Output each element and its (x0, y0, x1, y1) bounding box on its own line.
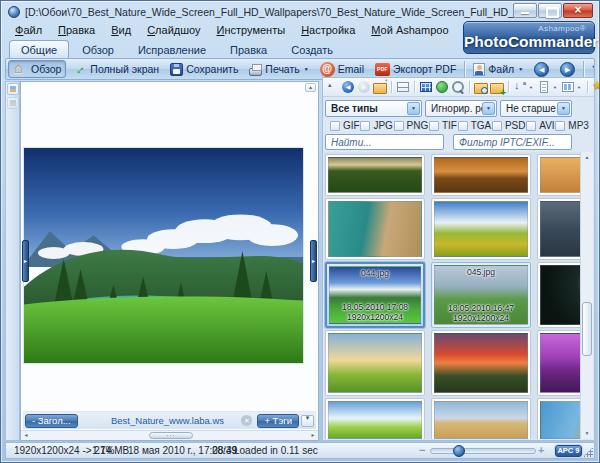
format-checkbox-png[interactable]: PNG (394, 120, 429, 131)
format-checkbox-psd[interactable]: PSD (492, 120, 526, 131)
save-button[interactable]: Сохранить (165, 60, 243, 78)
preview-hscrollbar[interactable] (21, 430, 318, 440)
rating-dropdown[interactable]: Игнорир. рейтинг (425, 100, 497, 117)
tab-create[interactable]: Создать (280, 41, 344, 58)
previous-image-handle[interactable] (22, 240, 29, 282)
thumbnail[interactable] (431, 154, 531, 196)
format-checkbox-tif[interactable]: TIF (429, 120, 457, 131)
caption-dropdown-button[interactable] (301, 415, 314, 427)
menu-item-view[interactable]: Вид (103, 22, 139, 38)
thumbnail-045.jpg[interactable]: 045.jpg18.05.2010 16:471920x1200x24 (431, 262, 531, 328)
search-input[interactable] (325, 134, 444, 150)
viewmode-icon[interactable] (537, 80, 551, 94)
pdf-button[interactable]: Экспорт PDF (370, 60, 461, 78)
thumbnail[interactable] (325, 198, 425, 260)
slideshow-icon[interactable] (435, 80, 449, 94)
iptc-filter-input[interactable] (453, 134, 572, 150)
thumbnail-044.jpg[interactable]: 044.jpg18.05.2010 17:081920x1200x24 (325, 262, 425, 328)
thumbnail[interactable] (537, 154, 580, 196)
split-icon[interactable] (396, 80, 410, 94)
email-button[interactable]: Email (315, 60, 369, 78)
checkbox-icon[interactable] (429, 121, 439, 131)
format-checkbox-mp3[interactable]: MP3 (555, 120, 589, 131)
thumbnail[interactable] (431, 198, 531, 260)
format-checkbox-tga[interactable]: TGA (458, 120, 492, 131)
print-button[interactable]: Печать▼ (244, 60, 313, 78)
browse-button[interactable]: Обзор (8, 60, 66, 78)
rotl-button[interactable] (587, 60, 595, 78)
minimize-button[interactable] (513, 3, 537, 18)
hscroll-thumb[interactable] (149, 432, 193, 439)
slider-thumb[interactable] (453, 445, 465, 457)
collapse-icon[interactable] (325, 80, 339, 94)
preview-image[interactable] (23, 147, 304, 364)
folder-add-icon[interactable] (490, 80, 504, 94)
menu-item-file[interactable]: Файл (7, 22, 50, 38)
tab-browse[interactable]: Обзор (71, 41, 125, 58)
checkbox-icon[interactable] (492, 121, 502, 131)
clear-caption-icon[interactable]: ✕ (241, 415, 252, 426)
format-checkbox-avi[interactable]: AVI (526, 120, 554, 131)
checkbox-icon[interactable] (458, 121, 468, 131)
chevron-down-icon[interactable] (577, 80, 583, 94)
fullscreen-button[interactable]: Полный экран (67, 60, 164, 78)
vscroll-thumb[interactable] (582, 302, 592, 356)
preview-side-button-2[interactable] (7, 97, 19, 109)
maximize-button[interactable] (538, 3, 562, 18)
back-icon[interactable] (341, 80, 355, 94)
next-image-handle[interactable] (310, 240, 317, 282)
checkbox-icon[interactable] (330, 121, 340, 131)
thumbnail[interactable] (325, 154, 425, 196)
thumbnail[interactable] (537, 398, 580, 439)
file-type-dropdown[interactable]: Все типы (325, 100, 422, 117)
thumbnail-vscrollbar[interactable] (580, 152, 593, 439)
caption-field[interactable]: Best_Nature_www.laba.ws✕ (80, 415, 256, 426)
thumbnail[interactable] (537, 330, 580, 396)
file-button[interactable]: Файл▼ (468, 60, 528, 78)
menu-item-settings[interactable]: Настройка (293, 22, 363, 38)
thumbsize-icon[interactable] (561, 80, 575, 94)
chevron-down-icon[interactable] (553, 80, 559, 94)
resize-grip[interactable] (583, 447, 593, 457)
chevron-down-icon[interactable] (529, 80, 535, 94)
format-checkbox-jpg[interactable]: JPG (360, 120, 392, 131)
tab-edit[interactable]: Правка (219, 41, 278, 58)
format-checkbox-gif[interactable]: GIF (330, 120, 360, 131)
scroll-up-icon[interactable] (581, 152, 593, 163)
preview-side-button-1[interactable] (7, 83, 19, 95)
thumbnail-size-slider[interactable] (430, 448, 536, 454)
menu-item-tools[interactable]: Инструменты (209, 22, 294, 38)
caption-toggle-button[interactable]: - Загол... (25, 414, 78, 428)
zoom-in-slider-icon[interactable]: + (538, 444, 548, 456)
checkbox-icon[interactable] (526, 121, 536, 131)
scroll-down-icon[interactable] (581, 428, 593, 439)
preview-collapse-button[interactable] (305, 83, 316, 92)
fwd-icon[interactable] (357, 80, 371, 94)
tab-general[interactable]: Общие (9, 40, 69, 58)
folder-up-icon[interactable] (373, 80, 387, 94)
hscroll-track[interactable] (31, 431, 308, 440)
thumbnail[interactable] (325, 330, 425, 396)
scroll-right-icon[interactable] (308, 431, 318, 440)
search-icon[interactable] (451, 80, 465, 94)
back-button[interactable] (529, 60, 554, 78)
age-dropdown[interactable]: Не старше чем.. (500, 100, 572, 117)
tab-fix[interactable]: Исправление (127, 41, 217, 58)
menu-item-edit[interactable]: Правка (50, 22, 103, 38)
thumbnail[interactable] (537, 198, 580, 260)
grid-icon[interactable] (419, 80, 433, 94)
checkbox-icon[interactable] (555, 121, 565, 131)
tags-button[interactable]: + Тэги (257, 414, 299, 428)
checkbox-icon[interactable] (360, 121, 370, 131)
scroll-left-icon[interactable] (21, 431, 31, 440)
fwd-button[interactable] (555, 60, 580, 78)
menu-item-my-ashampoo[interactable]: Мой Ashampoo (363, 22, 456, 38)
fav-icon[interactable] (592, 80, 600, 94)
thumbnail[interactable] (537, 262, 580, 328)
sort-icon[interactable] (513, 80, 527, 94)
checkbox-icon[interactable] (394, 121, 404, 131)
close-button[interactable] (563, 3, 593, 18)
thumbnail[interactable] (325, 398, 425, 439)
thumbnail[interactable] (431, 398, 531, 439)
thumbnail[interactable] (431, 330, 531, 396)
